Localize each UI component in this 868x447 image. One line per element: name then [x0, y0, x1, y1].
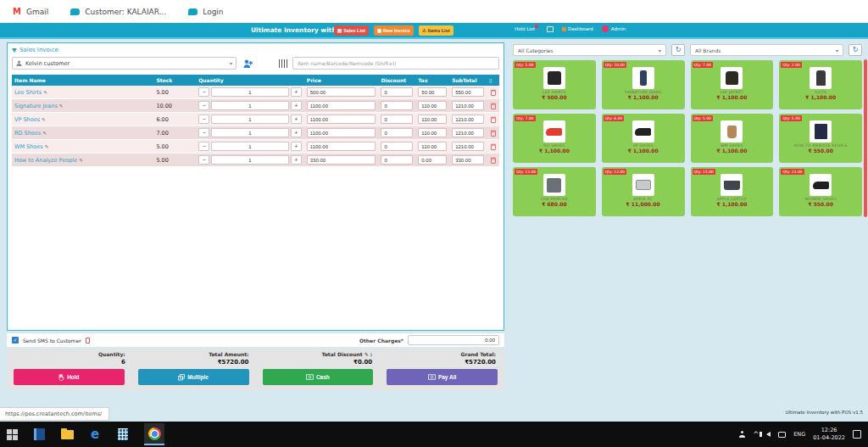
fullscreen-icon[interactable] — [547, 26, 554, 32]
discount-input[interactable] — [381, 115, 413, 124]
discount-input[interactable] — [381, 155, 413, 165]
qty-decrease-button[interactable]: − — [198, 87, 209, 97]
discount-input[interactable] — [381, 87, 413, 97]
new-invoice-button[interactable]: ▦New Invoice — [374, 25, 414, 36]
price-input[interactable] — [307, 115, 376, 124]
network-icon[interactable] — [778, 432, 786, 438]
add-customer-button[interactable] — [241, 58, 254, 70]
delete-row-icon[interactable] — [491, 143, 496, 150]
product-card[interactable]: Qty: 7.00 RD SHOES ₹ 1,100.00 — [513, 114, 596, 163]
qty-decrease-button[interactable]: − — [198, 101, 209, 110]
edit-item-icon[interactable]: ✎ — [43, 90, 47, 95]
categories-select[interactable]: All Categories ▾ — [513, 44, 666, 56]
qty-decrease-button[interactable]: − — [198, 155, 209, 165]
item-name-link[interactable]: WM Shoes — [14, 143, 43, 150]
admin-menu[interactable]: Admin — [602, 25, 626, 32]
price-input[interactable] — [307, 101, 376, 110]
catalog-scrollbar[interactable] — [864, 59, 867, 217]
item-name-link[interactable]: RD Shoes — [14, 130, 41, 137]
tab-customer[interactable]: Customer: KALAIAR... — [70, 8, 166, 16]
product-card[interactable]: Qty: 5.00 LEE SHIRTS ₹ 500.00 — [513, 60, 596, 109]
product-card[interactable]: Qty: 10.00 SIGNATURE JEANS ₹ 1,100.00 — [602, 60, 685, 109]
taskbar-edge-icon[interactable]: e — [88, 427, 102, 441]
taskbar-chrome-icon[interactable] — [144, 423, 164, 445]
price-input[interactable] — [307, 142, 376, 151]
subtotal-input[interactable] — [452, 115, 484, 124]
qty-increase-button[interactable]: + — [291, 115, 302, 124]
qty-increase-button[interactable]: + — [291, 128, 302, 137]
qty-input[interactable] — [211, 87, 289, 97]
tax-input[interactable] — [418, 115, 447, 124]
price-input[interactable] — [307, 155, 376, 165]
refresh-brands-button[interactable]: ↻ — [849, 44, 862, 56]
item-name-link[interactable]: How to Analyze People — [14, 157, 77, 164]
cash-button[interactable]: Cash — [263, 369, 374, 385]
discount-input[interactable] — [381, 128, 413, 137]
edit-item-icon[interactable]: ✎ — [42, 131, 47, 136]
qty-decrease-button[interactable]: − — [198, 115, 209, 124]
product-card[interactable]: Qty: 12.00 APPLE PC ₹ 11,000.00 — [602, 167, 685, 216]
edit-item-icon[interactable]: ✎ — [45, 144, 49, 149]
item-name-link[interactable]: VP Shoes — [14, 116, 40, 123]
subtotal-input[interactable] — [452, 128, 484, 137]
delete-row-icon[interactable] — [491, 157, 496, 164]
customer-select[interactable]: Kelvin customer ▾ — [12, 57, 236, 70]
qty-increase-button[interactable]: + — [291, 155, 302, 165]
tab-login[interactable]: Login — [188, 8, 223, 16]
product-card[interactable]: Qty: 12.00 USB PRINTER ₹ 680.00 — [513, 167, 596, 216]
qty-input[interactable] — [211, 155, 289, 165]
action-center-icon[interactable] — [853, 430, 861, 439]
edit-item-icon[interactable]: ✎ — [42, 117, 46, 122]
price-input[interactable] — [307, 87, 376, 97]
delete-row-icon[interactable] — [491, 130, 496, 137]
product-card[interactable]: Qty: 5.00 HOW TO ANALYZE PEOPLE ₹ 550.00 — [779, 114, 862, 163]
brands-select[interactable]: All Brands ▾ — [690, 44, 843, 56]
tax-input[interactable] — [418, 101, 447, 110]
qty-increase-button[interactable]: + — [291, 101, 302, 110]
product-card[interactable]: Qty: 7.00 LEE JACKET ₹ 1,100.00 — [691, 60, 774, 109]
tax-input[interactable] — [418, 142, 447, 151]
item-search-input[interactable] — [292, 57, 499, 70]
discount-input[interactable] — [381, 101, 413, 110]
sales-list-button[interactable]: ▤Sales List — [334, 25, 369, 36]
edit-item-icon[interactable]: ✎ — [79, 158, 83, 163]
total-discount[interactable]: Total Discount ✎ : ₹0.00 — [261, 351, 385, 366]
items-list-button[interactable]: ⚠Items List — [419, 25, 453, 36]
pay-all-button[interactable]: Pay All — [387, 369, 498, 385]
tax-input[interactable] — [418, 87, 447, 97]
hold-list-link[interactable]: Hold List — [515, 26, 538, 31]
hidden-icons-chevron-icon[interactable]: ^ — [754, 431, 760, 439]
qty-input[interactable] — [211, 142, 289, 151]
send-sms-checkbox[interactable]: ✓ — [12, 337, 19, 344]
taskbar-app-onenote-icon[interactable] — [32, 427, 46, 441]
dashboard-link[interactable]: Dashboard — [562, 26, 593, 31]
qty-decrease-button[interactable]: − — [198, 142, 209, 151]
hold-button[interactable]: Hold — [14, 369, 125, 385]
delete-row-icon[interactable] — [491, 89, 496, 96]
multiple-button[interactable]: Multiple — [138, 369, 249, 385]
tax-input[interactable] — [418, 128, 447, 137]
refresh-categories-button[interactable]: ↻ — [671, 44, 685, 56]
qty-input[interactable] — [211, 115, 289, 124]
subtotal-input[interactable] — [452, 155, 484, 165]
taskbar-file-explorer-icon[interactable] — [60, 427, 74, 441]
delete-row-icon[interactable] — [491, 116, 496, 123]
qty-input[interactable] — [211, 128, 289, 137]
subtotal-input[interactable] — [452, 87, 484, 97]
subtotal-input[interactable] — [452, 142, 484, 151]
product-card[interactable]: Qty: 5.00 WM SHOES ₹ 1,100.00 — [691, 114, 774, 163]
tab-gmail[interactable]: M Gmail — [13, 8, 48, 16]
delete-row-icon[interactable] — [491, 103, 496, 109]
item-name-link[interactable]: Lee Shirts — [14, 89, 42, 96]
subtotal-input[interactable] — [452, 101, 484, 110]
price-input[interactable] — [307, 128, 376, 137]
people-tray-icon[interactable] — [739, 431, 746, 438]
item-name-link[interactable]: Signature Jeans — [14, 103, 58, 109]
qty-decrease-button[interactable]: − — [198, 128, 209, 137]
language-indicator[interactable]: ENG — [793, 431, 805, 438]
qty-input[interactable] — [211, 101, 289, 110]
tax-input[interactable] — [418, 155, 447, 165]
edit-item-icon[interactable]: ✎ — [59, 103, 64, 109]
start-button-icon[interactable] — [7, 429, 18, 440]
product-card[interactable]: Qty: 2.00 SUITS ₹ 1,100.00 — [779, 60, 862, 109]
